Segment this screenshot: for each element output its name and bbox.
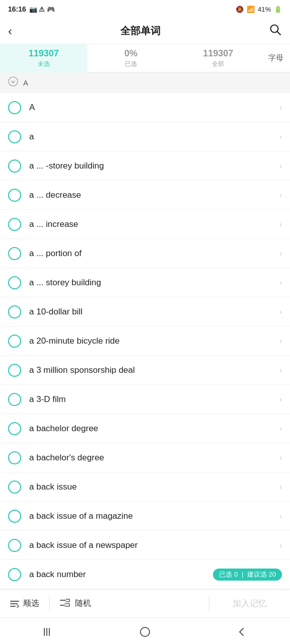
list-item[interactable]: A ›: [0, 93, 290, 122]
list-item[interactable]: a back issue of a newspaper ›: [0, 531, 290, 560]
page-title: 全部单词: [120, 24, 161, 38]
tab-zimu[interactable]: 字母: [262, 44, 290, 72]
bottom-action-bar: 顺选 随机 加入记忆: [0, 589, 290, 617]
list-item[interactable]: a ... portion of ›: [0, 239, 290, 268]
word-checkbox[interactable]: [8, 480, 21, 494]
tab-selected-label: 已选: [125, 60, 137, 68]
word-checkbox[interactable]: [8, 305, 21, 318]
word-text: A: [29, 103, 279, 113]
list-item[interactable]: a back issue ›: [0, 472, 290, 502]
word-text: a ... -storey building: [29, 161, 279, 171]
word-checkbox[interactable]: [8, 218, 21, 231]
list-item[interactable]: a 20-minute bicycle ride ›: [0, 327, 290, 356]
system-nav-bar: [0, 617, 290, 644]
svg-rect-12: [49, 628, 50, 636]
list-item[interactable]: a ... -storey building ›: [0, 151, 290, 181]
word-text: a back issue of a newspaper: [29, 540, 279, 550]
list-item[interactable]: a bachelor degree ›: [0, 414, 290, 443]
badge-row: 已选 0 | 建议选 20: [213, 569, 282, 581]
sort-random-icon: [60, 599, 70, 609]
tab-total[interactable]: 119307 全部: [175, 44, 262, 72]
add-memory-button[interactable]: 加入记忆: [209, 590, 290, 617]
word-checkbox[interactable]: [8, 393, 21, 406]
system-home-button[interactable]: [130, 622, 160, 642]
word-text: a ... storey building: [29, 278, 279, 288]
section-letter: A: [23, 78, 28, 87]
back-button[interactable]: ‹: [8, 24, 12, 38]
chevron-right-icon: ›: [279, 249, 282, 258]
status-right: 🔕 📶 41% 🔋: [236, 6, 282, 13]
chevron-right-icon: ›: [279, 541, 282, 550]
list-item[interactable]: a ... decrease ›: [0, 181, 290, 210]
word-checkbox[interactable]: [8, 510, 21, 523]
word-checkbox[interactable]: [8, 276, 21, 289]
word-checkbox[interactable]: [8, 422, 21, 435]
chevron-right-icon: ›: [279, 395, 282, 404]
word-checkbox[interactable]: [8, 364, 21, 377]
svg-point-2: [9, 77, 18, 86]
word-text: a 20-minute bicycle ride: [29, 336, 279, 346]
word-checkbox[interactable]: [8, 101, 21, 114]
word-checkbox[interactable]: [8, 159, 21, 173]
chevron-right-icon: ›: [279, 220, 282, 229]
chevron-right-icon: ›: [279, 424, 282, 433]
battery-icon: 🔋: [274, 6, 282, 13]
list-item[interactable]: a ... increase ›: [0, 210, 290, 239]
svg-point-13: [140, 627, 150, 636]
word-text: a bachelor's degree: [29, 453, 279, 463]
status-time: 16:16 📷 ⚠ 🎮: [8, 5, 55, 13]
word-checkbox[interactable]: [8, 247, 21, 260]
word-checkbox[interactable]: [8, 189, 21, 202]
tab-total-count: 119307: [203, 48, 233, 59]
svg-rect-11: [46, 628, 47, 636]
list-item[interactable]: a ... storey building ›: [0, 268, 290, 297]
system-back-button[interactable]: [227, 622, 257, 642]
word-text: a back issue of a magazine: [29, 511, 279, 521]
word-checkbox[interactable]: [8, 130, 21, 143]
wifi-icon: 📶: [247, 6, 255, 13]
word-text: a back issue: [29, 482, 279, 492]
word-text: a 3 million sponsorship deal: [29, 365, 279, 375]
tab-total-label: 全部: [212, 60, 224, 68]
svg-line-8: [64, 600, 66, 601]
list-item[interactable]: a ›: [0, 122, 290, 151]
collapse-icon[interactable]: [8, 76, 18, 89]
sort-random-button[interactable]: 随机: [50, 598, 101, 609]
list-item[interactable]: a 10-dollar bill ›: [0, 297, 290, 327]
status-bar: 16:16 📷 ⚠ 🎮 🔕 📶 41% 🔋: [0, 0, 290, 18]
chevron-right-icon: ›: [279, 512, 282, 521]
word-text: a: [29, 132, 279, 142]
chevron-right-icon: ›: [279, 132, 282, 141]
word-checkbox[interactable]: [8, 335, 21, 348]
chevron-right-icon: ›: [279, 103, 282, 112]
word-checkbox[interactable]: [8, 539, 21, 552]
sort-sequential-button[interactable]: 顺选: [0, 598, 49, 609]
tab-selected-count: 0%: [124, 48, 137, 59]
system-menu-button[interactable]: [33, 622, 63, 642]
bottom-action-left: 顺选 随机: [0, 596, 209, 611]
chevron-right-icon: ›: [279, 278, 282, 287]
list-item-back-number[interactable]: a back number 已选 0 | 建议选 20: [0, 560, 290, 589]
search-button[interactable]: [269, 23, 282, 39]
chevron-right-icon: ›: [279, 482, 282, 492]
word-text: a ... decrease: [29, 190, 279, 200]
svg-line-1: [277, 31, 281, 35]
word-text: a 10-dollar bill: [29, 307, 279, 317]
mute-icon: 🔕: [236, 6, 244, 13]
tab-unselected[interactable]: 119307 未选: [0, 44, 87, 72]
list-item[interactable]: a bachelor's degree ›: [0, 443, 290, 472]
word-checkbox[interactable]: [8, 451, 21, 464]
list-item[interactable]: a back issue of a magazine ›: [0, 502, 290, 531]
tab-selected[interactable]: 0% 已选: [87, 44, 174, 72]
list-item[interactable]: a 3 million sponsorship deal ›: [0, 356, 290, 385]
chevron-right-icon: ›: [279, 453, 282, 462]
status-icons: 📷 ⚠ 🎮: [29, 6, 55, 13]
section-header-a: A: [0, 72, 290, 93]
sort-random-label: 随机: [75, 598, 91, 609]
sort-sequential-icon: [10, 600, 19, 608]
add-memory-label: 加入记忆: [233, 598, 267, 609]
chevron-right-icon: ›: [279, 337, 282, 346]
word-list: A › a › a ... -storey building › a ... d…: [0, 93, 290, 589]
word-checkbox[interactable]: [8, 568, 21, 581]
list-item[interactable]: a 3-D film ›: [0, 385, 290, 414]
